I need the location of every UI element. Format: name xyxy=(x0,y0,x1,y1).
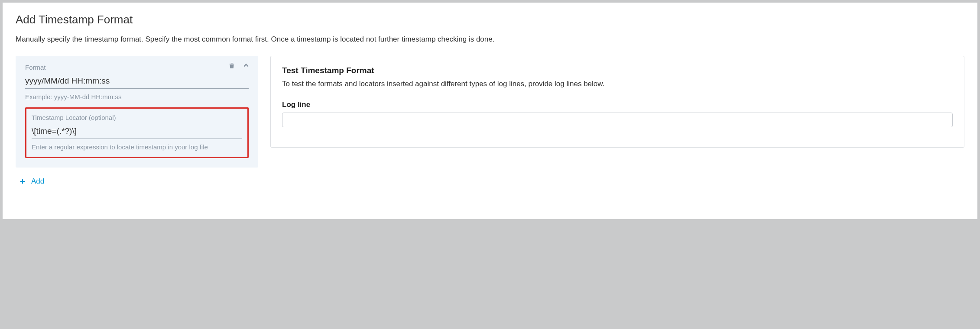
trash-icon[interactable] xyxy=(228,61,236,69)
format-field-group: Format Example: yyyy-MM-dd HH:mm:ss xyxy=(25,64,249,100)
plus-icon xyxy=(19,178,26,185)
page-description: Manually specify the timestamp format. S… xyxy=(16,34,964,45)
format-help: Example: yyyy-MM-dd HH:mm:ss xyxy=(25,93,249,100)
content-row: Format Example: yyyy-MM-dd HH:mm:ss Time… xyxy=(16,56,964,187)
left-panel: Format Example: yyyy-MM-dd HH:mm:ss Time… xyxy=(16,56,258,187)
add-button-label: Add xyxy=(31,177,44,186)
logline-input[interactable] xyxy=(282,113,953,127)
format-card: Format Example: yyyy-MM-dd HH:mm:ss Time… xyxy=(16,56,258,168)
locator-field-group: Timestamp Locator (optional) Enter a reg… xyxy=(25,107,249,158)
page-title: Add Timestamp Format xyxy=(16,13,964,26)
logline-label: Log line xyxy=(282,100,953,109)
chevron-up-icon[interactable] xyxy=(242,61,250,70)
test-description: To test the formats and locators inserte… xyxy=(282,79,953,89)
locator-label: Timestamp Locator (optional) xyxy=(32,114,242,121)
format-label: Format xyxy=(25,64,249,71)
add-button[interactable]: Add xyxy=(16,175,48,187)
card-actions xyxy=(228,61,250,70)
locator-help: Enter a regular expression to locate tim… xyxy=(32,143,242,151)
format-input[interactable] xyxy=(25,75,249,89)
test-title: Test Timestamp Format xyxy=(282,66,953,75)
page-container: Add Timestamp Format Manually specify th… xyxy=(3,3,977,219)
test-panel: Test Timestamp Format To test the format… xyxy=(270,56,964,148)
locator-input[interactable] xyxy=(32,126,242,139)
